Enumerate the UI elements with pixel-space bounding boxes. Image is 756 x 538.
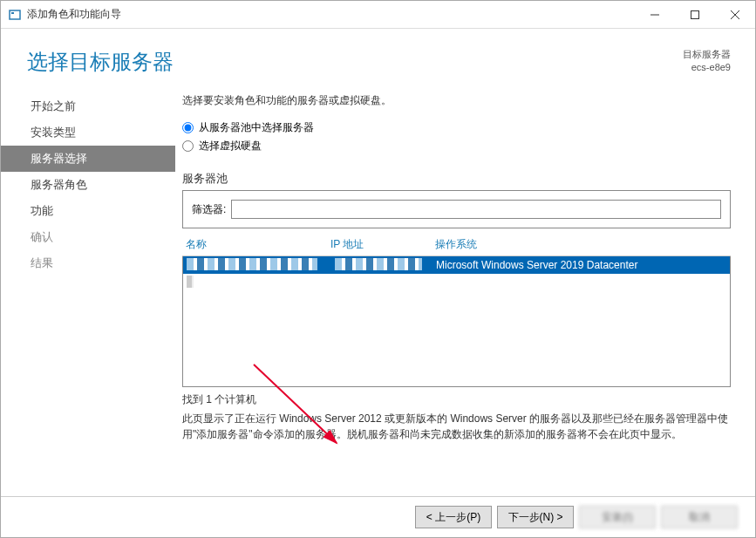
next-button[interactable]: 下一步(N) > [497,506,574,528]
column-header-ip[interactable]: IP 地址 [330,237,435,252]
table-row[interactable]: Microsoft Windows Server 2019 Datacenter [183,256,730,274]
cancel-button[interactable]: 取消 [661,506,738,528]
wizard-window: 添加角色和功能向导 选择目标服务器 目标服务器 ecs-e8e9 [0,0,756,538]
sidebar-item-results: 结果 [1,250,175,276]
svg-rect-1 [11,12,14,14]
sidebar-item-before-begin[interactable]: 开始之前 [1,93,175,119]
table-header: 名称 IP 地址 操作系统 [182,232,731,256]
sidebar-item-install-type[interactable]: 安装类型 [1,119,175,146]
server-table-body: Microsoft Windows Server 2019 Datacenter [182,256,731,387]
sidebar-item-server-selection[interactable]: 服务器选择 [1,146,175,172]
radio-vhd-input[interactable] [182,140,194,152]
wizard-footer: < 上一步(P) 下一步(N) > 安装(I) 取消 [1,496,755,537]
prev-button[interactable]: < 上一步(P) [415,506,492,528]
svg-rect-0 [10,10,20,19]
body-row: 开始之前 安装类型 服务器选择 服务器角色 功能 确认 结果 选择要安装角色和功… [1,83,755,496]
description-text: 此页显示了正在运行 Windows Server 2012 或更新版本的 Win… [182,411,731,442]
target-info: 目标服务器 ecs-e8e9 [683,48,731,75]
sidebar-item-features[interactable]: 功能 [1,198,175,224]
filter-label: 筛选器: [192,202,226,217]
pool-label: 服务器池 [182,171,731,187]
count-label: 找到 1 个计算机 [182,392,731,407]
close-button[interactable] [715,1,755,28]
instruction-text: 选择要安装角色和功能的服务器或虚拟硬盘。 [182,93,731,108]
column-header-name[interactable]: 名称 [182,237,330,252]
maximize-button[interactable] [675,1,715,28]
header-row: 选择目标服务器 目标服务器 ecs-e8e9 [1,29,755,83]
cell-name [183,258,331,273]
filter-row: 筛选器: [192,200,721,219]
wizard-sidebar: 开始之前 安装类型 服务器选择 服务器角色 功能 确认 结果 [1,83,175,496]
minimize-button[interactable] [635,1,675,28]
radio-server-pool[interactable]: 从服务器池中选择服务器 [182,120,731,135]
filter-input[interactable] [231,200,721,219]
radio-server-pool-label: 从服务器池中选择服务器 [199,120,314,135]
titlebar: 添加角色和功能向导 [1,1,755,29]
content-area: 选择目标服务器 目标服务器 ecs-e8e9 开始之前 安装类型 服务器选择 服… [1,29,755,537]
cell-os: Microsoft Windows Server 2019 Datacenter [436,259,730,271]
app-icon [8,8,22,22]
page-title: 选择目标服务器 [27,48,683,76]
filter-box: 筛选器: [182,190,731,228]
radio-server-pool-input[interactable] [182,122,194,133]
cell-ip [331,258,436,273]
selection-radio-group: 从服务器池中选择服务器 选择虚拟硬盘 [182,120,731,157]
svg-rect-3 [691,10,699,18]
window-controls [635,1,755,28]
install-button[interactable]: 安装(I) [579,506,656,528]
sidebar-item-confirm: 确认 [1,224,175,250]
column-header-os[interactable]: 操作系统 [435,237,731,252]
sidebar-item-server-roles[interactable]: 服务器角色 [1,172,175,198]
radio-vhd[interactable]: 选择虚拟硬盘 [182,139,731,153]
target-name: ecs-e8e9 [683,61,731,74]
window-title: 添加角色和功能向导 [27,7,635,22]
target-label: 目标服务器 [683,48,731,61]
radio-vhd-label: 选择虚拟硬盘 [199,139,262,153]
redacted-row [187,276,194,288]
main-panel: 选择要安装角色和功能的服务器或虚拟硬盘。 从服务器池中选择服务器 选择虚拟硬盘 … [175,83,755,496]
